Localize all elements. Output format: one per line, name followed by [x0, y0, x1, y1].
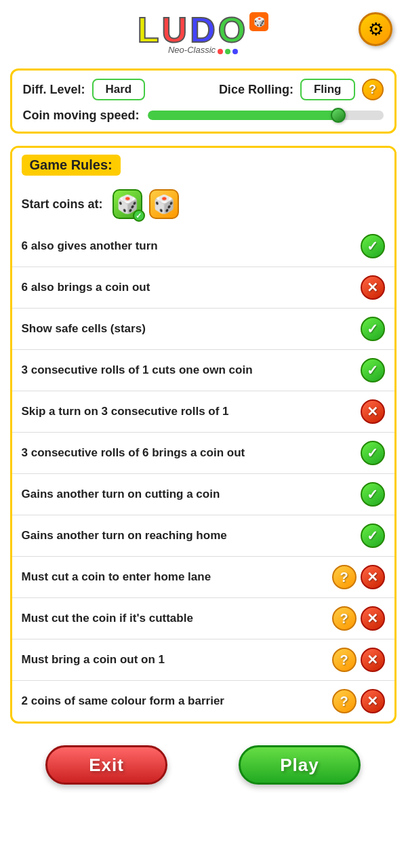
gear-button[interactable]: ⚙ — [359, 12, 392, 46]
red-cross-icon: ✕ — [361, 606, 385, 631]
rule-icons: ✓ — [319, 524, 385, 548]
orange-question-icon: ? — [332, 648, 357, 672]
logo-dice-icon: 🎲 — [249, 12, 268, 31]
rule-row: Must bring a coin out on 1?✕ — [12, 639, 394, 681]
gear-icon: ⚙ — [368, 19, 384, 40]
play-button[interactable]: Play — [239, 745, 361, 785]
green-check-icon: ✓ — [361, 441, 385, 465]
rules-header: Game Rules: — [12, 148, 394, 182]
start-coins-label: Start coins at: — [22, 197, 103, 212]
rule-icons: ✕ — [319, 275, 385, 300]
rule-text: Gains another turn on reaching home — [22, 529, 227, 542]
rule-row: 2 coins of same colour form a barrier?✕ — [12, 681, 394, 722]
rule-text: 2 coins of same colour form a barrier — [22, 694, 224, 707]
orange-question-icon: ? — [332, 565, 357, 589]
green-check-icon: ✓ — [361, 482, 385, 507]
slider-fill — [148, 111, 336, 120]
rule-text: Must bring a coin out on 1 — [22, 653, 165, 666]
rule-text: Must cut a coin to enter home lane — [22, 570, 211, 583]
rule-row: 3 consecutive rolls of 1 cuts one own co… — [12, 350, 394, 391]
rule-row: Must cut the coin if it's cuttable?✕ — [12, 598, 394, 639]
start-coins-options: 🎲 ✓ 🎲 — [113, 189, 179, 219]
green-check-icon: ✓ — [361, 358, 385, 382]
rule-row: 3 consecutive rolls of 6 brings a coin o… — [12, 433, 394, 474]
rule-icons: ?✕ — [319, 689, 385, 713]
red-cross-icon: ✕ — [361, 399, 385, 424]
rules-table: Start coins at: 🎲 ✓ 🎲 6 also gives anoth… — [12, 182, 394, 722]
orange-question-icon: ? — [332, 606, 357, 631]
logo-text: LUDO — [138, 12, 248, 47]
rule-icons: ✓ — [319, 482, 385, 507]
rule-row: Gains another turn on cutting a coin✓ — [12, 474, 394, 515]
rule-icons: ✓ — [319, 441, 385, 465]
rule-row: Must cut a coin to enter home lane?✕ — [12, 557, 394, 598]
diff-level-label: Diff. Level: — [23, 83, 85, 97]
rule-row: Skip a turn on 3 consecutive rolls of 1✕ — [12, 391, 394, 433]
header: LUDO 🎲 Neo-Classic ⚙ — [0, 0, 406, 62]
start-option-6-btn[interactable]: 🎲 — [149, 189, 179, 219]
red-cross-icon: ✕ — [361, 648, 385, 672]
rule-row: 6 also brings a coin out✕ — [12, 267, 394, 309]
rule-row: 6 also gives another turn✓ — [12, 226, 394, 267]
green-check-icon: ✓ — [361, 524, 385, 548]
red-cross-icon: ✕ — [361, 565, 385, 589]
slider-thumb[interactable] — [331, 108, 346, 123]
start-option-1-btn[interactable]: 🎲 ✓ — [113, 189, 142, 219]
green-check-icon: ✓ — [361, 234, 385, 258]
dice-rolling-label: Dice Rolling: — [219, 83, 293, 97]
rule-text: Skip a turn on 3 consecutive rolls of 1 — [22, 405, 229, 418]
rule-icons: ?✕ — [319, 648, 385, 672]
rule-icons: ✓ — [319, 358, 385, 382]
speed-label: Coin moving speed: — [23, 108, 140, 123]
orange-question-icon: ? — [332, 689, 357, 713]
rule-row: Gains another turn on reaching home✓ — [12, 515, 394, 557]
red-cross-icon: ✕ — [361, 275, 385, 300]
start-coins-row: Start coins at: 🎲 ✓ 🎲 — [12, 182, 394, 226]
help-button[interactable]: ? — [362, 79, 384, 100]
dice-6-icon: 🎲 — [153, 194, 175, 215]
rule-icons: ?✕ — [319, 565, 385, 589]
dice-rolling-value[interactable]: Fling — [300, 79, 355, 100]
rule-text: 3 consecutive rolls of 1 cuts one own co… — [22, 363, 253, 376]
slider-track — [148, 111, 384, 120]
exit-button[interactable]: Exit — [45, 745, 167, 785]
rules-container: Game Rules: Start coins at: 🎲 ✓ 🎲 — [10, 146, 397, 724]
footer: Exit Play — [10, 729, 397, 798]
speed-slider[interactable] — [148, 107, 384, 123]
rule-text: Gains another turn on cutting a coin — [22, 488, 220, 500]
rule-row: Show safe cells (stars)✓ — [12, 309, 394, 350]
selected-checkmark: ✓ — [133, 210, 145, 222]
green-check-icon: ✓ — [361, 317, 385, 341]
logo: LUDO 🎲 Neo-Classic — [138, 12, 268, 55]
rule-text: 3 consecutive rolls of 6 brings a coin o… — [22, 446, 245, 459]
rule-text: 6 also gives another turn — [22, 239, 158, 252]
rule-text: Show safe cells (stars) — [22, 322, 146, 335]
rule-text: Must cut the coin if it's cuttable — [22, 612, 193, 625]
diff-level-value[interactable]: Hard — [92, 79, 146, 100]
rule-icons: ✓ — [319, 234, 385, 258]
logo-subtitle: Neo-Classic — [168, 45, 216, 55]
rules-title: Game Rules: — [22, 155, 121, 176]
settings-panel: Diff. Level: Hard Dice Rolling: Fling ? … — [10, 68, 397, 134]
rule-text: 6 also brings a coin out — [22, 281, 150, 294]
rule-icons: ✕ — [319, 399, 385, 424]
red-cross-icon: ✕ — [361, 689, 385, 713]
rule-icons: ✓ — [319, 317, 385, 341]
rule-icons: ?✕ — [319, 606, 385, 631]
